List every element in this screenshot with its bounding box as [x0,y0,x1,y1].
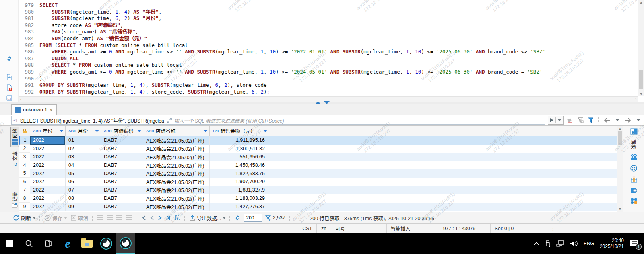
maximize-sash-icon[interactable] [315,101,321,104]
grid-cell[interactable]: 1,427,276.37 [210,203,269,211]
column-sort-dropdown-icon[interactable] [60,130,64,132]
grid-cell[interactable]: AEX唯品会21.05.02(广州) [143,136,210,145]
results-tab-unknown1[interactable]: unknown 1 × [11,104,57,115]
grid-cell[interactable]: 1,822,583.75 [210,169,269,178]
grid-cell[interactable]: 1,450,458.46 [210,161,269,170]
grid-cell[interactable]: 2022 [30,178,66,186]
value-viewer-icon[interactable] [631,154,637,160]
aggregate-panel-icon[interactable] [630,165,637,172]
nav-forward-dropdown-icon[interactable] [634,116,642,125]
file-explorer-button[interactable] [77,233,97,254]
grid-cell[interactable]: 551,656.65 [210,153,269,161]
row-number[interactable]: 9 [19,203,30,211]
grid-cell[interactable]: 1,907,700.29 [210,178,269,186]
grid-cell[interactable]: DAB7 [101,153,143,161]
grid-cell[interactable]: AEX唯品会21.05.02(广州) [143,153,210,161]
grid-cell[interactable]: AEX唯品会21.05.02(广州) [143,169,210,178]
grid-cell[interactable]: DAB7 [101,203,143,211]
column-header-年份[interactable]: ABC年份 [30,126,66,136]
input-language-indicator[interactable]: ENG [584,241,594,246]
row-number[interactable]: 7 [19,186,30,195]
grid-cell[interactable]: DAB7 [101,161,143,170]
grid-cell[interactable]: 2022 [30,194,66,203]
duplicate-row-button[interactable] [116,215,123,221]
fetch-settings-button[interactable] [234,214,242,222]
remove-filter-button[interactable] [576,116,584,125]
grid-cell[interactable]: AEX唯品会21.05.02(广州) [143,178,210,186]
result-grid[interactable]: ABC年份ABC月份ABC店铺编码ABC店铺名称123销售金额（元） 12022… [19,126,617,212]
grid-cell[interactable]: 2022 [30,203,66,211]
clear-filter-button[interactable] [566,116,574,125]
grid-cell[interactable]: 03 [66,153,101,161]
grid-vertical-scrollbar[interactable]: ▲ ▼ [617,126,623,212]
refresh-dropdown-icon[interactable] [33,217,36,219]
grid-cell[interactable]: 1,911,895.16 [210,136,269,145]
grid-cell[interactable]: 1,681,327.9 [210,186,269,195]
column-header-销售金额（元）[interactable]: 123销售金额（元） [210,126,269,136]
grid-cell[interactable]: 2022 [30,153,66,161]
status-insert-mode[interactable]: 智能插入 [386,224,439,233]
dbeaver-taskbar-button-active[interactable] [116,233,135,254]
calc-panel-icon[interactable] [631,198,637,204]
export-data-button[interactable]: 导出数据... [189,213,227,223]
filters-menu-button[interactable] [587,116,595,125]
grid-cell[interactable]: 2022 [30,169,66,178]
first-page-button[interactable] [140,215,147,221]
grid-cell[interactable]: 2022 [30,186,66,195]
row-number[interactable]: 2 [19,145,30,153]
task-view-button[interactable] [39,233,58,254]
tray-expand-chevron-icon[interactable] [534,242,539,246]
hscroll-left-arrow[interactable]: ‹ [20,97,21,102]
prev-page-button[interactable] [149,215,155,221]
grid-cell[interactable]: 1,300,511.32 [210,145,269,153]
grid-corner-cell[interactable] [19,126,30,136]
grid-cell[interactable]: DAB7 [101,186,143,195]
tab-close-icon[interactable]: × [50,107,53,113]
grid-scroll-thumb[interactable] [618,131,622,145]
grid-cell[interactable]: AEX唯品会21.05.02(广州) [143,145,210,153]
grid-cell[interactable]: 2022 [30,136,66,145]
grid-cell[interactable]: DAB7 [101,194,143,203]
grid-cell[interactable]: 2022 [30,161,66,170]
expand-filter-icon[interactable] [167,118,172,123]
editor-vertical-scrollbar[interactable]: ▲ ▼ [638,0,644,96]
status-caret-position[interactable]: 977 : 1 : 43079 [439,224,490,233]
internet-explorer-button[interactable]: e [58,233,77,254]
panels-icon[interactable] [630,128,638,135]
hscroll-right-arrow[interactable]: › [635,97,636,102]
export-dropdown-icon[interactable] [223,217,226,219]
column-header-店铺编码[interactable]: ABC店铺编码 [101,126,143,136]
code-lines[interactable]: 979SELECT980 SUBSTR(mgclear_time, 1, 4) … [19,0,644,102]
grid-cell[interactable]: 07 [66,186,101,195]
record-mode-toggle[interactable]: 记录 [11,190,19,209]
grid-cell[interactable]: 05 [66,169,101,178]
column-header-店铺名称[interactable]: ABC店铺名称 [143,126,210,136]
grid-cell[interactable]: AEX唯品会21.05.02(广州) [143,203,210,211]
row-number[interactable]: 3 [19,153,30,161]
add-row-button[interactable] [106,215,114,221]
status-overflow-grip[interactable]: ⋮ [551,226,555,231]
minimize-sash-icon[interactable] [324,101,330,104]
grid-cell[interactable]: AEX唯品会21.05.02(广州) [143,186,210,195]
next-page-button[interactable] [157,215,163,221]
script-error-icon[interactable]: ! [6,84,12,91]
row-count-button[interactable]: 2,537 [264,214,286,221]
grid-cell[interactable]: 08 [66,194,101,203]
start-button[interactable] [0,233,19,254]
grid-cell[interactable]: 09 [66,203,101,211]
grid-cell[interactable]: DAB7 [101,169,143,178]
delete-row-button[interactable] [125,215,133,221]
grouping-panel-icon[interactable] [631,176,637,183]
grid-scroll-up-arrow[interactable]: ▲ [617,127,623,131]
toolbar-overflow[interactable]: ··· [296,215,302,221]
taskbar-clock[interactable]: 20:40 2025/10/21 [600,238,624,250]
sql-editor[interactable]: ···· ! {..} 979SELECT980 SUBSTR(mgclear_… [0,0,644,102]
scroll-down-arrow[interactable]: ▼ [638,92,644,96]
apply-filter-play-icon[interactable] [550,118,553,122]
row-number[interactable]: 5 [19,169,30,178]
column-sort-dropdown-icon[interactable] [204,130,208,132]
refresh-button[interactable]: 刷新 [12,213,37,223]
grid-cell[interactable]: 04 [66,161,101,170]
filter-history-dropdown-icon[interactable] [558,119,561,121]
grid-cell[interactable]: AEX唯品会21.05.02(广州) [143,194,210,203]
